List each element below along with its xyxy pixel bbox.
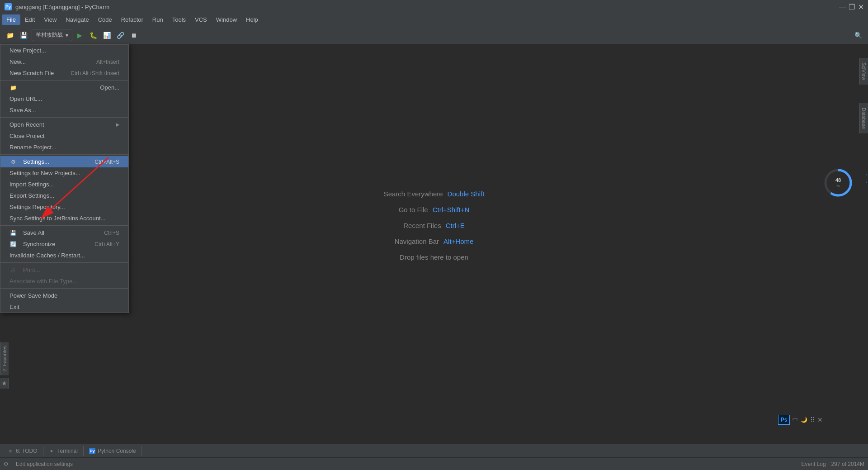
menu-save-all[interactable]: 💾 Save All Ctrl+S [0, 227, 128, 238]
open-recent-arrow: ▶ [116, 122, 119, 128]
center-area: Search Everywhere Double Shift Go to Fil… [0, 44, 868, 429]
separator-6 [0, 288, 128, 289]
debug-button[interactable]: 🐛 [87, 29, 99, 42]
menu-edit[interactable]: Edit [20, 14, 39, 25]
sciview-tab[interactable]: SciView [859, 58, 868, 85]
menu-open[interactable]: 📁 Open... [0, 82, 128, 93]
menu-new-project[interactable]: New Project... [0, 45, 128, 56]
settings-repository-label: Settings Repository... [9, 204, 65, 210]
separator-2 [0, 117, 128, 118]
save-all-shortcut: Ctrl+S [104, 230, 119, 236]
goto-file-key: Ctrl+Shift+N [433, 206, 470, 214]
file-menu-dropdown: New Project... New... Alt+Insert New Scr… [0, 44, 129, 313]
recent-files-text: Recent Files [403, 222, 441, 229]
project-dropdown[interactable]: 羊村攻防战 ▾ [32, 29, 72, 41]
menu-exit[interactable]: Exit [0, 301, 128, 313]
sync-settings-label: Sync Settings to JetBrains Account... [9, 215, 105, 222]
menu-close-project[interactable]: Close Project [0, 130, 128, 142]
run-button[interactable]: ▶ [73, 29, 86, 42]
menu-run[interactable]: Run [148, 14, 168, 25]
menu-save-as[interactable]: Save As... [0, 104, 128, 116]
menu-new-scratch[interactable]: New Scratch File Ctrl+Alt+Shift+Insert [0, 67, 128, 79]
memory-usage-text: 297 of 2014M [831, 461, 864, 467]
event-log-link[interactable]: Event Log [802, 461, 826, 467]
menu-bar: File Edit View Navigate Code Refactor Ru… [0, 14, 868, 26]
menu-view[interactable]: View [39, 14, 61, 25]
menu-export-settings[interactable]: Export Settings... [0, 190, 128, 201]
ps-area: Ps 中 🌙 ⠿ ✕ [778, 415, 823, 425]
terminal-icon: ▸ [49, 448, 55, 454]
separator-4 [0, 225, 128, 226]
python-console-tab[interactable]: Py Python Console [84, 446, 142, 456]
svg-text:48: 48 [835, 177, 841, 183]
menu-vcs[interactable]: VCS [190, 14, 212, 25]
maximize-button[interactable]: ❐ [849, 4, 854, 9]
menu-new[interactable]: New... Alt+Insert [0, 56, 128, 67]
menu-power-save-mode[interactable]: Power Save Mode [0, 290, 128, 301]
menu-tools[interactable]: Tools [168, 14, 190, 25]
todo-label: 6: TODO [16, 448, 38, 454]
project-dropdown-label: 羊村攻防战 [36, 31, 63, 39]
rename-project-label: Rename Project... [9, 144, 57, 151]
hint-search-everywhere: Search Everywhere Double Shift [384, 190, 485, 198]
menu-associate-file-type[interactable]: Associate with File Type... [0, 275, 128, 287]
menu-open-recent[interactable]: Open Recent ▶ [0, 119, 128, 130]
separator-5 [0, 262, 128, 263]
favorites-star-icon[interactable]: ★ [0, 378, 9, 389]
hint-goto-file: Go to File Ctrl+Shift+N [399, 206, 470, 214]
folder-icon: 📁 [9, 85, 17, 91]
ps-lang[interactable]: 中 [793, 416, 798, 424]
save-icon: 💾 [9, 230, 17, 236]
menu-open-url[interactable]: Open URL... [0, 93, 128, 104]
menu-synchronize[interactable]: 🔄 Synchronize Ctrl+Alt+Y [0, 238, 128, 250]
menu-invalidate-caches[interactable]: Invalidate Caches / Restart... [0, 250, 128, 261]
coverage-button[interactable]: 🔗 [114, 29, 127, 42]
open-url-label: Open URL... [9, 95, 42, 102]
new-scratch-label: New Scratch File [9, 70, 54, 76]
search-everywhere-button[interactable]: 🔍 [852, 29, 864, 42]
title-bar: Py ganggang [E:\ganggang] - PyCharm — ❐ … [0, 0, 868, 14]
main-toolbar: 📁 💾 羊村攻防战 ▾ ▶ 🐛 📊 🔗 ⏹ 🔍 [0, 26, 868, 44]
menu-settings-new-projects[interactable]: Settings for New Projects... [0, 167, 128, 179]
menu-settings[interactable]: ⚙ Settings... Ctrl+Alt+S [0, 156, 128, 167]
menu-rename-project[interactable]: Rename Project... [0, 142, 128, 153]
app-icon: Py [5, 3, 12, 10]
toolbar-open-btn[interactable]: 📁 [4, 29, 16, 42]
window-controls: — ❐ ✕ [840, 4, 863, 9]
status-bar: ⚙ Edit application settings Event Log 29… [0, 457, 868, 470]
navigation-bar-key: Alt+Home [443, 237, 473, 245]
minimize-button[interactable]: — [840, 4, 845, 9]
favorites-tab[interactable]: 2: Favorites [0, 342, 9, 375]
close-button[interactable]: ✕ [858, 4, 863, 9]
settings-gear-icon[interactable]: ⚙ [4, 461, 9, 467]
menu-file[interactable]: File [2, 14, 20, 25]
ps-moon-icon[interactable]: 🌙 [801, 417, 807, 423]
terminal-tab[interactable]: ▸ Terminal [43, 446, 84, 456]
new-shortcut: Alt+Insert [96, 59, 119, 65]
menu-code[interactable]: Code [94, 14, 117, 25]
menu-window[interactable]: Window [212, 14, 241, 25]
database-tab[interactable]: Database [859, 103, 868, 133]
toolbar-left-group: 📁 💾 [4, 29, 30, 42]
drop-files-text: Drop files here to open [400, 253, 468, 261]
ps-icon: Ps [778, 415, 790, 425]
stop-button[interactable]: ⏹ [127, 29, 140, 42]
menu-sync-settings[interactable]: Sync Settings to JetBrains Account... [0, 213, 128, 224]
menu-print[interactable]: 🖨 Print... [0, 264, 128, 275]
menu-navigate[interactable]: Navigate [61, 14, 93, 25]
settings-label: Settings... [23, 158, 49, 165]
ps-grid-icon[interactable]: ⠿ [810, 416, 815, 423]
hint-recent-files: Recent Files Ctrl+E [403, 222, 464, 229]
profile-button[interactable]: 📊 [100, 29, 113, 42]
toolbar-run-group: 羊村攻防战 ▾ ▶ 🐛 📊 🔗 ⏹ [32, 29, 140, 42]
open-recent-label: Open Recent [9, 121, 44, 128]
power-save-mode-label: Power Save Mode [9, 292, 57, 299]
menu-settings-repository[interactable]: Settings Repository... [0, 201, 128, 213]
ps-close-icon[interactable]: ✕ [817, 416, 823, 423]
sync-icon: 🔄 [9, 241, 17, 247]
toolbar-save-btn[interactable]: 💾 [17, 29, 30, 42]
menu-import-settings[interactable]: Import Settings... [0, 179, 128, 190]
menu-refactor[interactable]: Refactor [117, 14, 148, 25]
todo-tab[interactable]: ≡ 6: TODO [2, 446, 43, 456]
menu-help[interactable]: Help [241, 14, 263, 25]
